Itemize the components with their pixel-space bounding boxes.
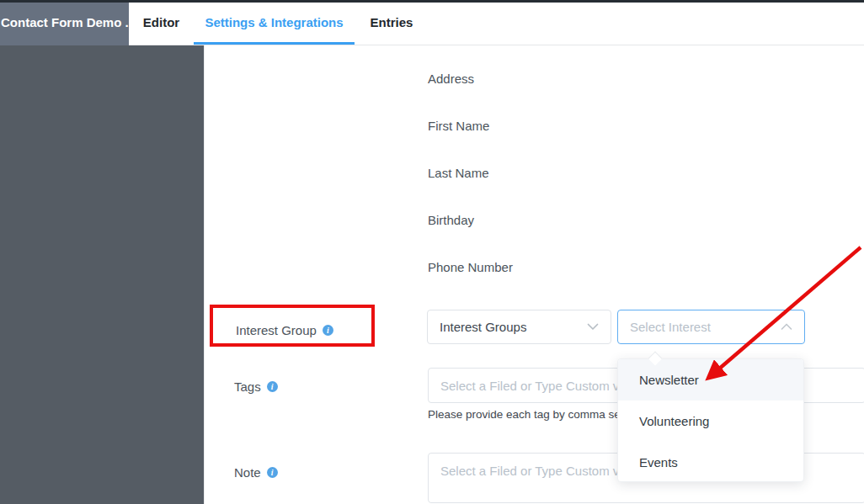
tags-label: Tags i	[234, 379, 278, 394]
tab-settings-label: Settings & Integrations	[205, 15, 343, 29]
form-name-tab[interactable]: Contact Form Demo ...	[0, 0, 129, 45]
tab-entries[interactable]: Entries	[355, 0, 429, 45]
field-label-first-name: First Name	[428, 119, 489, 133]
select-interest-placeholder: Select Interest	[630, 320, 711, 334]
tab-settings-integrations[interactable]: Settings & Integrations	[194, 0, 355, 45]
interest-groups-select[interactable]: Interest Groups	[427, 310, 611, 344]
interest-group-label: Interest Group i	[236, 323, 333, 337]
window-top-edge	[0, 0, 864, 3]
interest-options-panel: Newsletter Volunteering Events	[617, 358, 804, 482]
sidebar	[0, 45, 204, 504]
note-label: Note i	[234, 465, 278, 480]
settings-integrations-page: Contact Form Demo ... Editor Settings & …	[0, 0, 864, 504]
active-tab-underline	[194, 42, 355, 45]
field-label-address: Address	[428, 72, 474, 86]
content-divider	[204, 45, 205, 504]
info-icon[interactable]: i	[267, 381, 278, 392]
dropdown-option-events[interactable]: Events	[618, 442, 803, 483]
field-label-phone-number: Phone Number	[428, 260, 513, 274]
chevron-down-icon	[587, 323, 599, 331]
dropdown-option-volunteering[interactable]: Volunteering	[618, 401, 803, 442]
field-label-birthday: Birthday	[428, 213, 474, 227]
chevron-up-icon	[781, 323, 792, 331]
note-label-text: Note	[234, 465, 261, 480]
info-icon[interactable]: i	[323, 325, 333, 336]
interest-group-label-text: Interest Group	[236, 323, 317, 337]
field-label-last-name: Last Name	[428, 166, 489, 180]
header-divider	[129, 45, 864, 45]
info-icon[interactable]: i	[267, 467, 278, 478]
tags-label-text: Tags	[234, 379, 261, 394]
interest-groups-select-value: Interest Groups	[440, 320, 526, 334]
tab-editor[interactable]: Editor	[129, 0, 194, 45]
dropdown-option-newsletter[interactable]: Newsletter	[618, 359, 803, 401]
select-interest-dropdown[interactable]: Select Interest	[617, 310, 805, 344]
